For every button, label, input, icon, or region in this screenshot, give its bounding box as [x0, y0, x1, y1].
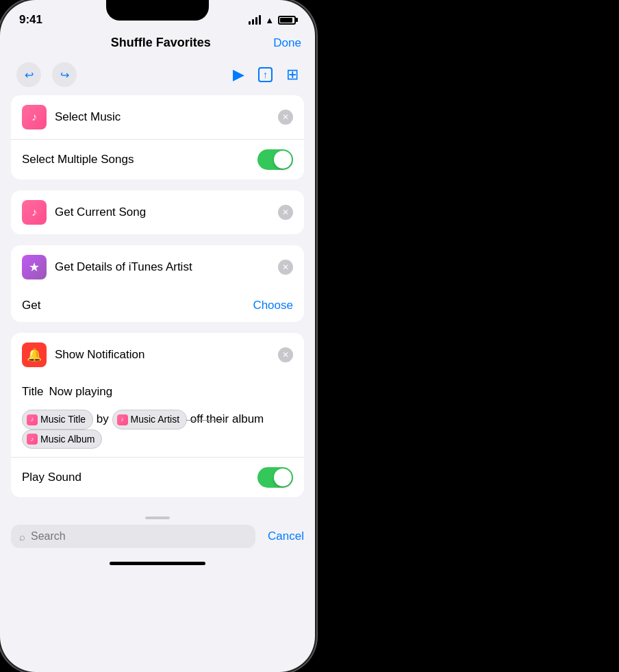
share-button[interactable]: ↑ — [258, 67, 273, 82]
close-icon-2: ✕ — [282, 208, 289, 217]
get-current-song-label: Get Current Song — [55, 206, 278, 219]
token-music-title-text: Music Title — [40, 412, 86, 427]
phone-frame: 9:41 ▲ Shuffle Favorites Done ↩ ↪ ▶ — [0, 0, 315, 672]
undo-button[interactable]: ↩ — [16, 62, 41, 87]
settings-button[interactable]: ⊞ — [286, 66, 299, 84]
search-icon: ⌕ — [19, 531, 25, 543]
select-music-label: Select Music — [55, 110, 278, 124]
search-cancel-button[interactable]: Cancel — [261, 530, 304, 543]
home-bar — [110, 562, 205, 565]
music-icon: ♪ — [22, 105, 47, 129]
redo-icon: ↪ — [60, 69, 69, 82]
get-row: Get Choose — [11, 289, 304, 322]
wifi-icon: ▲ — [265, 15, 274, 25]
token-music-artist-text: Music Artist — [131, 412, 180, 427]
close-icon-3: ✕ — [282, 262, 289, 272]
get-current-song-card: ♪ Get Current Song ✕ — [11, 190, 304, 234]
notification-close[interactable]: ✕ — [278, 347, 293, 362]
toolbar: ↩ ↪ ▶ ↑ ⊞ — [0, 57, 315, 95]
select-multiple-row: Select Multiple Songs — [11, 139, 304, 179]
signal-icon — [249, 15, 261, 25]
search-bar: ⌕ — [11, 525, 255, 548]
music-note-icon: ♪ — [31, 111, 37, 123]
music-artist-token[interactable]: ♪ Music Artist — [112, 410, 188, 429]
select-music-row: ♪ Select Music ✕ — [11, 95, 304, 139]
notification-header-row: 🔔 Show Notification ✕ — [11, 333, 304, 377]
notification-message[interactable]: ♪ Music Title by ♪ Music Artist off thei… — [11, 404, 304, 457]
redo-button[interactable]: ↪ — [52, 62, 77, 87]
music-note-icon-2: ♪ — [31, 206, 37, 219]
select-music-card: ♪ Select Music ✕ Select Multiple Songs — [11, 95, 304, 179]
home-indicator — [0, 556, 315, 573]
select-music-close[interactable]: ✕ — [278, 110, 293, 125]
get-current-song-row: ♪ Get Current Song ✕ — [11, 190, 304, 234]
notification-label: Show Notification — [55, 348, 278, 362]
notification-icon: 🔔 — [22, 343, 47, 367]
notification-title-area: Title Now playing — [11, 377, 304, 404]
scroll-indicator — [11, 514, 304, 521]
music-title-token[interactable]: ♪ Music Title — [22, 410, 93, 429]
done-button[interactable]: Done — [273, 36, 301, 50]
search-bar-container: ⌕ Cancel — [0, 508, 315, 556]
music-album-token[interactable]: ♪ Music Album — [22, 430, 102, 449]
undo-icon: ↩ — [25, 69, 34, 82]
tooltip-line — [186, 420, 227, 421]
close-icon-4: ✕ — [282, 350, 289, 360]
get-details-card: ★ Get Details of iTunes Artist ✕ Get Cho… — [11, 245, 304, 322]
off-their-text: off their album — [190, 412, 264, 425]
by-text: by — [97, 412, 112, 425]
toggle-thumb — [274, 151, 292, 169]
get-label: Get — [22, 299, 40, 312]
status-time: 9:41 — [19, 13, 42, 27]
play-sound-label: Play Sound — [22, 471, 81, 484]
get-details-close[interactable]: ✕ — [278, 260, 293, 275]
battery-icon — [278, 16, 296, 25]
token-artist-icon: ♪ — [117, 414, 128, 425]
star-icon: ★ — [29, 260, 40, 275]
search-input[interactable] — [31, 530, 247, 543]
close-icon: ✕ — [282, 112, 289, 122]
search-row: ⌕ Cancel — [11, 525, 304, 548]
notch — [106, 0, 209, 21]
scroll-dot — [145, 517, 170, 519]
bell-icon: 🔔 — [27, 347, 42, 362]
token-music-icon: ♪ — [27, 414, 38, 425]
title-field-label: Title — [22, 385, 44, 399]
toolbar-left: ↩ ↪ — [16, 62, 77, 87]
itunes-icon: ★ — [22, 255, 47, 279]
title-field-value[interactable]: Now playing — [49, 385, 113, 399]
choose-button[interactable]: Choose — [253, 299, 293, 312]
play-sound-toggle-thumb — [274, 469, 292, 486]
token-album-icon: ♪ — [27, 434, 38, 445]
token-music-album-text: Music Album — [40, 432, 94, 447]
select-multiple-label: Select Multiple Songs — [22, 153, 257, 166]
content-area: ♪ Select Music ✕ Select Multiple Songs ♪ — [0, 95, 315, 508]
top-nav: Shuffle Favorites Done — [0, 33, 315, 57]
play-sound-row: Play Sound — [11, 457, 304, 497]
play-button[interactable]: ▶ — [233, 66, 244, 84]
select-multiple-toggle[interactable] — [257, 149, 293, 170]
get-details-label: Get Details of iTunes Artist — [55, 260, 278, 274]
page-title: Shuffle Favorites — [111, 36, 211, 50]
get-details-row: ★ Get Details of iTunes Artist ✕ — [11, 245, 304, 289]
get-current-song-close[interactable]: ✕ — [278, 205, 293, 220]
status-icons: ▲ — [249, 15, 296, 25]
music-icon-2: ♪ — [22, 200, 47, 225]
notification-card: 🔔 Show Notification ✕ Title Now playing … — [11, 333, 304, 497]
play-sound-toggle[interactable] — [257, 467, 293, 488]
